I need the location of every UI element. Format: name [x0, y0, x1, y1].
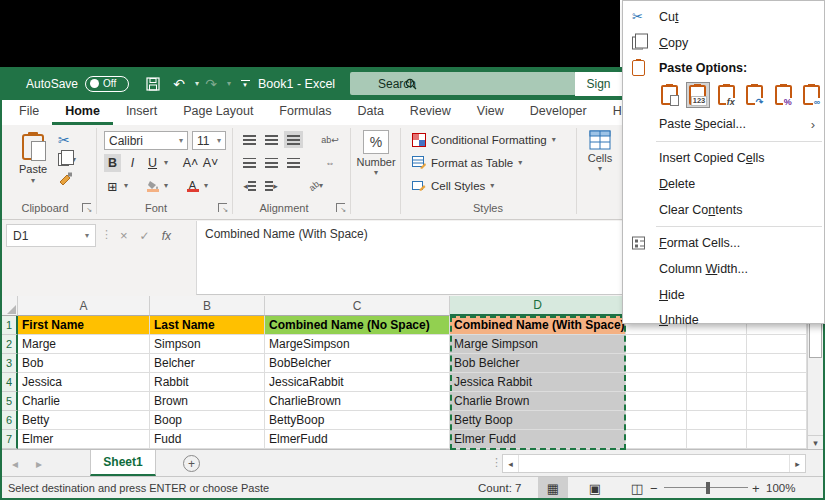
shrink-font-button[interactable]: A˅ [202, 154, 219, 172]
menu-item-delete[interactable]: Delete [623, 171, 824, 197]
paste-option-formulas[interactable]: fx [714, 82, 739, 108]
quick-access-customize-button[interactable]: ▾ [234, 67, 256, 100]
name-box[interactable]: D1 ▾ [6, 224, 96, 247]
font-dialog-launcher-icon[interactable] [218, 203, 227, 212]
row-header[interactable]: 7 [2, 430, 18, 449]
tab-view[interactable]: View [464, 100, 517, 125]
column-header-d[interactable]: D [450, 296, 626, 316]
column-header-c[interactable]: C [265, 296, 450, 316]
menu-item-column-width[interactable]: Column Width... [623, 256, 824, 282]
align-right-button[interactable] [284, 154, 303, 171]
zoom-slider-thumb[interactable] [706, 482, 710, 494]
cell[interactable] [747, 411, 807, 430]
cancel-button[interactable]: × [120, 228, 128, 243]
menu-item-insert-copied-cells[interactable]: Insert Copied Cells [623, 145, 824, 171]
conditional-formatting-button[interactable]: Conditional Formatting ▾ [412, 133, 556, 147]
font-size-select[interactable]: 11 ▾ [192, 131, 226, 150]
format-as-table-button[interactable]: Format as Table ▾ [412, 156, 522, 169]
save-button[interactable] [142, 67, 164, 100]
menu-item-hide[interactable]: Hide [623, 282, 824, 307]
align-left-button[interactable] [240, 154, 259, 171]
cells-button[interactable]: Cells ▾ [582, 130, 618, 172]
new-sheet-button[interactable]: + [183, 455, 200, 472]
cell[interactable] [687, 373, 747, 392]
horizontal-scrollbar[interactable]: ◂ ▸ [502, 454, 806, 473]
cell[interactable] [747, 335, 807, 354]
cell[interactable]: Combined Name (With Space) [450, 316, 626, 335]
clipboard-dialog-launcher-icon[interactable] [82, 203, 91, 212]
autosave-pill[interactable]: Off [85, 76, 129, 92]
cut-button[interactable]: ✂ [58, 133, 70, 147]
menu-item-clear-contents[interactable]: Clear Contents [623, 197, 824, 223]
cell[interactable] [687, 392, 747, 411]
cell[interactable] [747, 392, 807, 411]
cell[interactable]: Marge [18, 335, 150, 354]
cell[interactable]: Jessica [18, 373, 150, 392]
cell[interactable]: Simpson [150, 335, 265, 354]
cell[interactable] [687, 411, 747, 430]
paste-option-formatting[interactable]: % [771, 82, 796, 108]
cell[interactable]: Betty Boop [450, 411, 626, 430]
tab-data[interactable]: Data [344, 100, 396, 125]
enter-button[interactable]: ✓ [140, 229, 150, 243]
cell[interactable]: Brown [150, 392, 265, 411]
align-top-button[interactable] [240, 131, 259, 148]
sign-in-button[interactable]: Sign [575, 72, 622, 96]
cell[interactable]: ElmerFudd [265, 430, 450, 449]
cell[interactable] [626, 430, 687, 449]
cell[interactable] [747, 430, 807, 449]
cell[interactable]: Fudd [150, 430, 265, 449]
menu-item-cut[interactable]: ✂ Cut [623, 4, 824, 30]
sheet-tab-sheet1[interactable]: Sheet1 [90, 450, 156, 476]
cell[interactable]: First Name [18, 316, 150, 335]
zoom-in-button[interactable]: + [752, 477, 760, 499]
tab-file[interactable]: File [6, 100, 52, 125]
cell[interactable]: Bob Belcher [450, 354, 626, 373]
align-middle-button[interactable] [262, 131, 281, 148]
menu-item-paste-special[interactable]: Paste Special... › [623, 110, 824, 138]
cell[interactable] [626, 354, 687, 373]
paste-option-values[interactable]: 123 [686, 82, 711, 108]
cell[interactable] [626, 411, 687, 430]
cell[interactable] [626, 335, 687, 354]
cell-styles-button[interactable]: Cell Styles ▾ [412, 179, 494, 192]
font-color-button[interactable]: A [184, 177, 201, 195]
merge-center-button[interactable]: ⇔ [317, 154, 343, 171]
view-normal-button[interactable]: ▦ [538, 477, 568, 499]
cell[interactable] [687, 335, 747, 354]
cell[interactable]: Last Name [150, 316, 265, 335]
cell[interactable]: Elmer Fudd [450, 430, 626, 449]
fill-color-button[interactable] [144, 177, 161, 195]
row-header[interactable]: 5 [2, 392, 18, 411]
view-page-layout-button[interactable]: ▣ [580, 477, 610, 499]
orientation-button[interactable]: ab▾ [303, 177, 329, 194]
paste-button[interactable]: Paste ▾ [12, 131, 54, 195]
scroll-left-arrow[interactable]: ◂ [503, 455, 519, 472]
paste-option-link[interactable]: ∞ [800, 82, 825, 108]
menu-item-unhide[interactable]: Unhide [623, 307, 824, 332]
sheet-nav-next-button[interactable]: ▸ [36, 450, 42, 477]
row-header[interactable]: 1 [2, 316, 18, 335]
cell[interactable]: Charlie [18, 392, 150, 411]
insert-function-button[interactable]: fx [162, 229, 171, 243]
row-header[interactable]: 2 [2, 335, 18, 354]
bold-button[interactable]: B [104, 154, 121, 172]
align-bottom-button[interactable] [284, 131, 303, 148]
tab-developer[interactable]: Developer [517, 100, 600, 125]
grow-font-button[interactable]: A˄ [182, 154, 199, 172]
wrap-text-button[interactable]: ab↩ [317, 131, 343, 148]
cell[interactable]: Boop [150, 411, 265, 430]
scroll-right-arrow[interactable]: ▸ [789, 455, 805, 472]
align-center-button[interactable] [262, 154, 281, 171]
format-painter-button[interactable] [58, 172, 73, 190]
select-all-corner[interactable] [2, 296, 18, 316]
font-name-select[interactable]: Calibri ▾ [104, 131, 188, 150]
row-header[interactable]: 3 [2, 354, 18, 373]
menu-item-copy[interactable]: Copy [623, 30, 824, 56]
cell[interactable]: BobBelcher [265, 354, 450, 373]
borders-button[interactable]: ⊞ [104, 177, 121, 195]
cell[interactable]: Marge Simpson [450, 335, 626, 354]
cell[interactable] [626, 392, 687, 411]
sheet-nav-prev-button[interactable]: ◂ [12, 450, 18, 477]
view-page-break-button[interactable]: ◫ [622, 477, 652, 499]
